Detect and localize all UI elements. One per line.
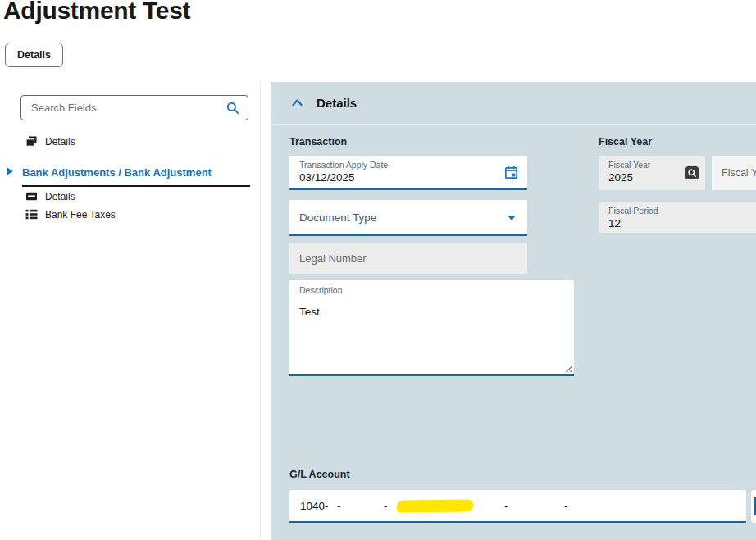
gl-segment: - bbox=[504, 490, 508, 521]
fiscal-year-suffix-field: Fiscal Ye bbox=[712, 156, 756, 190]
card-icon bbox=[25, 190, 38, 202]
field-label: Fiscal Period bbox=[599, 202, 756, 216]
field-label: Legal Number bbox=[299, 252, 367, 265]
stacked-cards-icon bbox=[25, 135, 38, 147]
field-value: 03/12/2025 bbox=[289, 170, 527, 184]
dropdown-label: Document Type bbox=[299, 211, 376, 224]
lookup-search-icon[interactable] bbox=[685, 166, 699, 180]
details-tab-button[interactable]: Details bbox=[5, 43, 63, 67]
fiscal-year-section-label: Fiscal Year bbox=[599, 136, 652, 147]
fiscal-period-field: Fiscal Period 12 bbox=[599, 202, 756, 233]
field-value: 12 bbox=[599, 216, 756, 229]
sidebar-group-bank-adjustments[interactable]: Bank Adjustments / Bank Adjustment bbox=[22, 165, 250, 187]
redaction-highlight bbox=[397, 499, 473, 512]
sidebar-item-label: Details bbox=[45, 136, 75, 147]
gl-segment: 1040- bbox=[300, 490, 329, 521]
gl-segment: - bbox=[384, 490, 388, 521]
field-label: Description bbox=[289, 280, 574, 295]
fiscal-year-field: Fiscal Year 2025 bbox=[599, 156, 705, 190]
panel-title: Details bbox=[317, 96, 357, 110]
description-textarea[interactable]: Description Test bbox=[289, 280, 574, 376]
search-fields-box[interactable] bbox=[20, 95, 248, 120]
gl-account-field[interactable]: 1040- - - - - bbox=[289, 490, 746, 523]
calendar-icon[interactable] bbox=[503, 165, 519, 180]
document-type-dropdown[interactable]: Document Type bbox=[289, 200, 527, 236]
sidebar-item-details-top[interactable]: Details bbox=[25, 134, 75, 148]
legal-number-field: Legal Number bbox=[289, 243, 527, 274]
app-window: Adjustment Test Details Details bbox=[0, 0, 756, 540]
details-panel: Details Transaction Transaction Apply Da… bbox=[271, 82, 756, 540]
sidebar-item-label: Bank Fee Taxes bbox=[45, 209, 116, 220]
list-icon bbox=[25, 208, 38, 220]
gl-segment: - bbox=[564, 490, 568, 521]
chevron-down-icon bbox=[508, 216, 516, 220]
field-navigation-sidebar: Details Bank Adjustments / Bank Adjustme… bbox=[0, 82, 261, 540]
collapse-chevron-up-icon[interactable] bbox=[291, 98, 303, 108]
transaction-apply-date-field[interactable]: Transaction Apply Date 03/12/2025 bbox=[289, 156, 527, 190]
search-input[interactable] bbox=[30, 101, 225, 115]
field-value: Test bbox=[289, 304, 574, 318]
search-icon[interactable] bbox=[225, 101, 240, 116]
field-label: Transaction Apply Date bbox=[289, 156, 527, 170]
button-glyph-fragment bbox=[754, 497, 756, 515]
resize-handle[interactable] bbox=[564, 364, 572, 372]
sidebar-group-label: Bank Adjustments / Bank Adjustment bbox=[22, 166, 212, 179]
field-label: Fiscal Ye bbox=[722, 167, 756, 179]
gl-account-section-label: G/L Account bbox=[289, 469, 350, 480]
page-title: Adjustment Test bbox=[3, 0, 190, 25]
sidebar-item-label: Details bbox=[45, 191, 75, 202]
gl-account-lookup-button[interactable] bbox=[751, 490, 756, 523]
gl-segment: - bbox=[337, 490, 341, 521]
sidebar-item-bank-fee-taxes[interactable]: Bank Fee Taxes bbox=[25, 207, 116, 221]
details-panel-header[interactable]: Details bbox=[271, 82, 756, 125]
sidebar-item-details-group[interactable]: Details bbox=[25, 189, 75, 203]
transaction-section-label: Transaction bbox=[289, 136, 347, 147]
expander-triangle-icon[interactable] bbox=[7, 167, 13, 175]
